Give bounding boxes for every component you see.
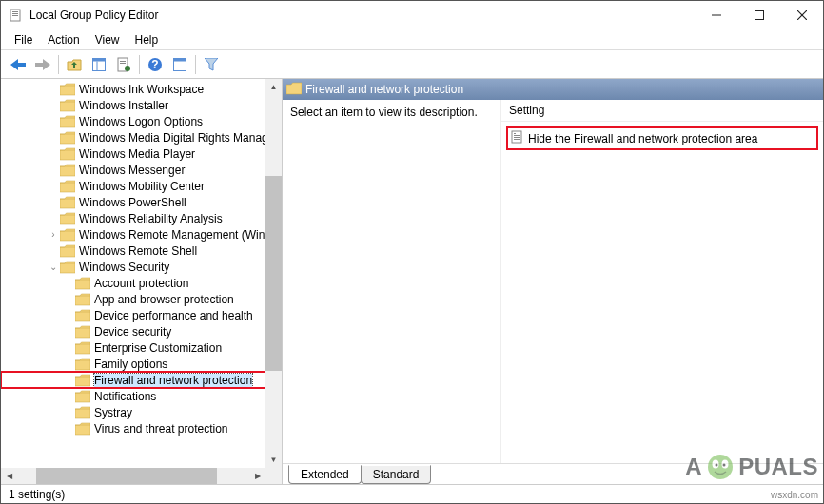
tree-item[interactable]: Windows Ink Workspace <box>1 81 282 97</box>
minimize-button[interactable] <box>695 1 737 29</box>
tree-item-label: Windows Messenger <box>79 164 185 177</box>
tree-item-label: Windows Security <box>79 261 169 274</box>
tree-item-label: Virus and threat protection <box>94 422 228 436</box>
tree-item[interactable]: Firewall and network protection <box>1 372 282 388</box>
tree-item[interactable]: Windows Media Digital Rights Manag <box>1 129 282 145</box>
menu-file[interactable]: File <box>7 31 40 48</box>
svg-point-17 <box>125 66 130 71</box>
window: Local Group Policy Editor File Action Vi… <box>0 0 824 504</box>
up-button[interactable] <box>63 53 86 76</box>
tree-horizontal-scrollbar[interactable]: ◀ ▶ <box>1 468 265 484</box>
filter-button[interactable] <box>200 53 223 76</box>
svg-rect-1 <box>12 11 18 12</box>
help-button[interactable]: ? <box>144 53 167 76</box>
column-header-setting[interactable]: Setting <box>501 100 823 122</box>
tree-item-label: Windows Reliability Analysis <box>79 212 223 225</box>
tree-item[interactable]: ⌄Windows Security <box>1 259 282 275</box>
tree-item[interactable]: Windows Media Player <box>1 145 282 162</box>
tree-item-label: Windows Ink Workspace <box>79 83 204 96</box>
tree-item[interactable]: Windows Mobility Center <box>1 178 282 194</box>
tree-item-label: Systray <box>94 406 132 419</box>
forward-button[interactable] <box>31 53 54 76</box>
scroll-thumb[interactable] <box>36 468 217 484</box>
window-title: Local Group Policy Editor <box>29 9 695 22</box>
menu-view[interactable]: View <box>88 31 128 48</box>
tree-item[interactable]: Windows Remote Shell <box>1 242 282 259</box>
tree-item[interactable]: Virus and threat protection <box>1 420 282 436</box>
folder-icon <box>75 293 90 306</box>
tree-item-label: Account protection <box>94 277 188 290</box>
tabs-footer: Extended Standard <box>283 463 823 484</box>
scroll-down-arrow[interactable]: ▼ <box>265 452 282 468</box>
folder-icon <box>286 82 302 98</box>
settings-list-pane: Setting Hide the Firewall and network pr… <box>501 100 823 463</box>
folder-icon <box>75 325 90 339</box>
tree-item-label: Family options <box>94 358 167 371</box>
tree-item[interactable]: Device security <box>1 323 282 339</box>
tree-item-label: Device performance and health <box>94 309 253 322</box>
folder-icon <box>60 83 75 96</box>
svg-marker-8 <box>10 59 26 70</box>
back-button[interactable] <box>7 53 29 76</box>
tree-item[interactable]: Account protection <box>1 275 282 291</box>
view-options-button[interactable] <box>168 53 191 76</box>
app-icon <box>9 8 24 23</box>
tree-item-label: Windows Mobility Center <box>79 180 205 193</box>
chevron-down-icon[interactable]: ⌄ <box>47 262 60 272</box>
scroll-right-arrow[interactable]: ▶ <box>249 468 265 484</box>
folder-icon <box>75 309 90 322</box>
scroll-thumb[interactable] <box>265 176 282 371</box>
tree-item-label: Windows Remote Management (Winl <box>79 228 267 242</box>
menu-action[interactable]: Action <box>40 31 87 48</box>
status-bar: 1 setting(s) <box>1 484 823 503</box>
svg-rect-5 <box>755 10 763 19</box>
tree-item[interactable]: Windows Messenger <box>1 162 282 178</box>
tree-item[interactable]: Systray <box>1 404 282 420</box>
menu-help[interactable]: Help <box>128 31 167 48</box>
titlebar: Local Group Policy Editor <box>1 1 823 29</box>
toolbar: ? <box>1 50 823 79</box>
close-button[interactable] <box>780 1 823 29</box>
tree-item[interactable]: Windows Reliability Analysis <box>1 210 282 226</box>
tree-item[interactable]: Family options <box>1 356 282 372</box>
folder-icon <box>75 358 90 371</box>
folder-icon <box>60 228 75 242</box>
svg-rect-16 <box>120 63 126 64</box>
folder-icon <box>60 115 75 128</box>
scroll-left-arrow[interactable]: ◀ <box>1 468 17 484</box>
tree-item[interactable]: Windows Installer <box>1 97 282 113</box>
status-text: 1 setting(s) <box>9 488 65 501</box>
tree-item[interactable]: App and browser protection <box>1 291 282 307</box>
maximize-button[interactable] <box>737 1 780 29</box>
tree-item[interactable]: Device performance and health <box>1 307 282 323</box>
show-hide-tree-button[interactable] <box>88 53 110 76</box>
folder-icon <box>60 244 75 258</box>
svg-marker-9 <box>35 59 50 70</box>
folder-icon <box>60 99 75 112</box>
chevron-right-icon[interactable]: › <box>47 229 60 240</box>
folder-icon <box>60 212 75 225</box>
toolbar-separator <box>195 55 196 74</box>
detail-body: Select an item to view its description. … <box>283 100 823 463</box>
properties-button[interactable] <box>112 53 135 76</box>
scroll-up-arrow[interactable]: ▲ <box>265 79 282 95</box>
svg-rect-25 <box>514 135 520 136</box>
tree-item[interactable]: ›Windows Remote Management (Winl <box>1 226 282 242</box>
tab-extended[interactable]: Extended <box>288 465 362 484</box>
tree-item[interactable]: Windows Logon Options <box>1 113 282 129</box>
tree-item-label: App and browser protection <box>94 293 234 306</box>
tree-vertical-scrollbar[interactable]: ▲ ▼ <box>265 79 282 468</box>
setting-row[interactable]: Hide the Firewall and network protection… <box>509 129 815 147</box>
folder-icon <box>60 147 75 161</box>
tree-item[interactable]: Notifications <box>1 388 282 404</box>
tree-item[interactable]: Windows PowerShell <box>1 194 282 210</box>
tree-item[interactable]: Enterprise Customization <box>1 339 282 356</box>
folder-icon <box>75 374 90 387</box>
svg-marker-22 <box>205 58 218 70</box>
tree-view[interactable]: Windows Ink WorkspaceWindows InstallerWi… <box>1 79 282 484</box>
scroll-corner <box>265 468 282 484</box>
tree-item-label: Windows Remote Shell <box>79 244 197 258</box>
tab-standard[interactable]: Standard <box>361 465 432 484</box>
svg-text:?: ? <box>151 58 158 71</box>
toolbar-separator <box>58 55 59 74</box>
